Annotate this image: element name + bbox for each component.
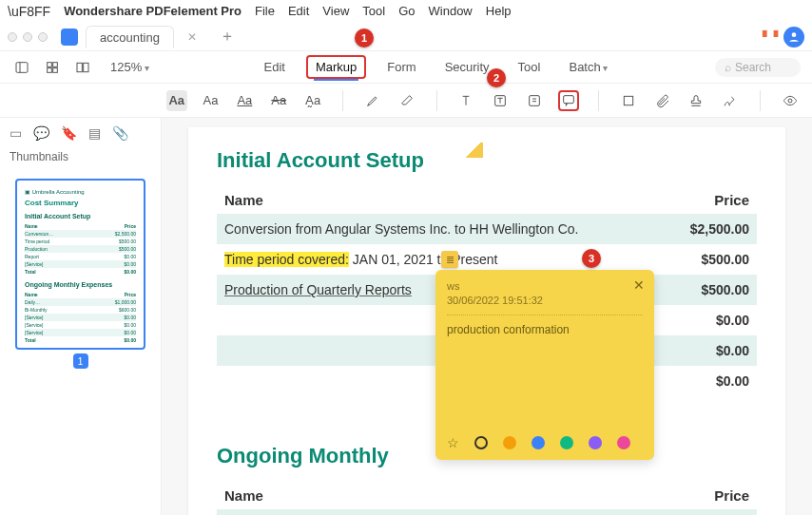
- font-style-a-icon[interactable]: Aa: [201, 90, 222, 111]
- sidebar-bookmarks-icon[interactable]: 🔖: [61, 125, 77, 141]
- tutorial-callout-1: 1: [355, 29, 374, 48]
- text-box-icon[interactable]: [456, 90, 477, 111]
- cell-price: $500.00: [701, 252, 749, 267]
- tab-edit[interactable]: Edit: [257, 57, 293, 77]
- text-frame-icon[interactable]: [524, 90, 545, 111]
- note-color-palette: ☆: [447, 435, 643, 450]
- table-row: Daily Account Reconciliation $1,000.00: [217, 509, 757, 515]
- svg-rect-4: [53, 62, 58, 67]
- sticky-note-icon[interactable]: [558, 90, 579, 111]
- document-viewport[interactable]: Initial Account Setup Name Price Convers…: [162, 118, 812, 515]
- svg-point-13: [788, 99, 792, 103]
- menu-go[interactable]: Go: [398, 4, 415, 18]
- separator: [342, 90, 343, 111]
- cell-price: $0.00: [716, 343, 749, 358]
- separator: [436, 90, 437, 111]
- hide-markup-icon[interactable]: [780, 90, 801, 111]
- table-row: Conversion from Angular Systems Inc. to …: [217, 214, 757, 244]
- attachment-icon[interactable]: [652, 90, 673, 111]
- swatch-green[interactable]: [560, 436, 573, 449]
- cell-price: $0.00: [716, 373, 749, 389]
- sidebar-thumbnails-icon[interactable]: ▭: [10, 125, 22, 141]
- tab-markup[interactable]: Markup: [306, 55, 366, 79]
- mode-toolbar: 125% Edit Markup Form Security Tool Batc…: [0, 51, 812, 84]
- page-thumbnail[interactable]: ▣ Umbrella Accounting Cost Summary Initi…: [15, 179, 145, 350]
- highlighter-icon[interactable]: [362, 90, 383, 111]
- col-name: Name: [224, 192, 263, 208]
- menu-file[interactable]: File: [255, 4, 275, 18]
- tab-form[interactable]: Form: [379, 57, 423, 77]
- note-timestamp: 30/06/2022 19:51:32: [447, 294, 643, 308]
- app-name: Wondershare PDFelement Pro: [64, 4, 242, 18]
- swatch-orange[interactable]: [503, 436, 516, 449]
- pdf-page: Initial Account Setup Name Price Convers…: [188, 127, 785, 515]
- sidebar-attachments-icon[interactable]: 📎: [112, 125, 128, 141]
- swatch-outline[interactable]: [474, 436, 488, 449]
- tab-close-icon[interactable]: ✕: [182, 30, 203, 44]
- cell-name: Production of Quarterly Reports: [224, 282, 412, 297]
- shape-rectangle-icon[interactable]: [618, 90, 639, 111]
- document-tab[interactable]: accounting: [86, 26, 174, 48]
- pin-icon[interactable]: ☆: [447, 435, 459, 450]
- close-icon[interactable]: ✕: [633, 277, 645, 293]
- user-avatar[interactable]: [783, 27, 804, 48]
- strikethrough-icon[interactable]: Aa: [268, 90, 289, 111]
- note-meta: ws 30/06/2022 19:51:32: [447, 279, 643, 315]
- tab-batch[interactable]: Batch: [561, 57, 615, 77]
- heading-accent-icon: [462, 143, 483, 158]
- cell-price: $0.00: [716, 313, 749, 328]
- menu-help[interactable]: Help: [486, 4, 512, 18]
- svg-point-0: [792, 32, 797, 37]
- traffic-lights[interactable]: [8, 32, 48, 42]
- menu-view[interactable]: View: [322, 4, 349, 18]
- stamp-icon[interactable]: [686, 90, 707, 111]
- search-input[interactable]: ⌕ Search: [715, 58, 801, 77]
- note-body[interactable]: production conformation: [447, 323, 643, 336]
- thumb-title: Cost Summary: [25, 199, 136, 207]
- window-tabbar: accounting ✕ ＋ ▘▝: [0, 23, 812, 51]
- sticky-note-popup[interactable]: ✕ ws 30/06/2022 19:51:32 production conf…: [435, 270, 654, 460]
- cell-price: $2,500.00: [690, 221, 749, 237]
- swatch-purple[interactable]: [589, 436, 602, 449]
- svg-rect-8: [84, 63, 88, 71]
- svg-rect-5: [48, 67, 52, 72]
- text-callout-icon[interactable]: [490, 90, 511, 111]
- thumb-sec1: Initial Account Setup: [25, 213, 136, 219]
- svg-rect-1: [16, 62, 28, 72]
- cell-name: Conversion from Angular Systems Inc. to …: [224, 221, 578, 237]
- app-grid-icon[interactable]: ▘▝: [763, 30, 776, 44]
- eraser-icon[interactable]: [396, 90, 417, 111]
- sticky-note-marker-icon[interactable]: [441, 251, 458, 268]
- col-name: Name: [224, 487, 263, 504]
- svg-rect-6: [53, 67, 58, 72]
- menu-edit[interactable]: Edit: [288, 4, 309, 18]
- separator: [598, 90, 599, 111]
- search-icon: ⌕: [725, 61, 731, 74]
- tab-tool[interactable]: Tool: [511, 57, 549, 77]
- sidebar-toggle-icon[interactable]: [11, 57, 32, 78]
- swatch-blue[interactable]: [532, 436, 545, 449]
- left-sidebar: ▭ 💬 🔖 ▤ 📎 Thumbnails ▣ Umbrella Accounti…: [0, 118, 162, 515]
- signature-icon[interactable]: [720, 90, 741, 111]
- svg-rect-12: [624, 96, 632, 105]
- apple-menu-icon[interactable]: \uF8FF: [8, 4, 50, 19]
- note-author: ws: [447, 279, 643, 294]
- menu-tool[interactable]: Tool: [362, 4, 385, 18]
- thumb-sec2: Ongoing Monthly Expenses: [25, 281, 136, 288]
- grid-view-icon[interactable]: [42, 57, 63, 78]
- sidebar-search-icon[interactable]: ▤: [88, 125, 101, 141]
- sidebar-comments-icon[interactable]: 💬: [33, 125, 49, 141]
- squiggly-icon[interactable]: A̰a: [302, 90, 323, 111]
- menu-window[interactable]: Window: [429, 4, 473, 18]
- zoom-dropdown[interactable]: 125%: [103, 57, 157, 77]
- svg-rect-3: [48, 62, 52, 67]
- highlight-text-icon[interactable]: Aa: [166, 90, 187, 111]
- swatch-pink[interactable]: [617, 436, 630, 449]
- svg-rect-11: [564, 95, 574, 103]
- thumb-logo: ▣ Umbrella Accounting: [25, 188, 136, 195]
- underline-icon[interactable]: Aa: [234, 90, 255, 111]
- col-price: Price: [714, 192, 749, 208]
- new-tab-button[interactable]: ＋: [210, 27, 244, 47]
- two-page-icon[interactable]: [72, 57, 93, 78]
- col-price: Price: [714, 487, 749, 504]
